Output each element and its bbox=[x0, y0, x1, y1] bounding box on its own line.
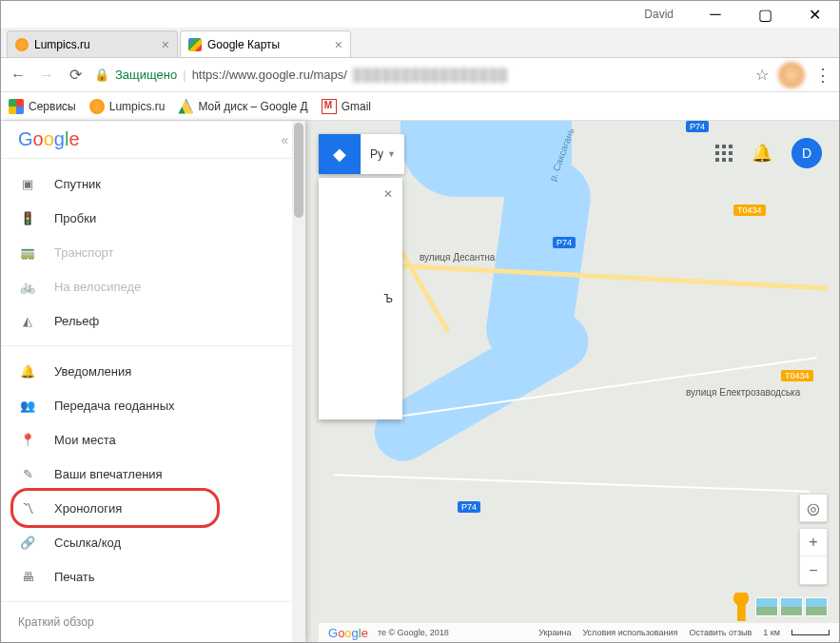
profile-avatar[interactable] bbox=[778, 62, 805, 88]
close-dropdown-icon[interactable]: ✕ bbox=[383, 187, 393, 201]
sidebar-menu: Google « ▣ Спутник 🚦 Пробки 🚃 Транспорт bbox=[1, 121, 305, 642]
footer-feedback[interactable]: Оставить отзыв bbox=[689, 628, 752, 637]
bookmark-label: Gmail bbox=[342, 100, 371, 113]
tab-google-maps[interactable]: Google Карты × bbox=[180, 30, 351, 57]
close-tab-icon[interactable]: × bbox=[335, 37, 342, 52]
user-avatar[interactable]: D bbox=[791, 138, 822, 168]
tab-lumpics[interactable]: Lumpics.ru × bbox=[7, 30, 178, 57]
menu-item-notifications[interactable]: 🔔 Уведомления bbox=[1, 354, 305, 388]
gmail-icon bbox=[322, 99, 337, 114]
drive-icon bbox=[178, 99, 193, 114]
footer-scale-label: 1 км bbox=[763, 628, 780, 637]
top-right-controls: 🔔 D bbox=[715, 138, 822, 168]
menu-item-print[interactable]: 🖶 Печать bbox=[1, 559, 305, 594]
bike-icon: 🚲 bbox=[18, 277, 37, 296]
menu-item-traffic[interactable]: 🚦 Пробки bbox=[1, 201, 305, 235]
menu-item-transit: 🚃 Транспорт bbox=[1, 235, 305, 269]
search-box: ◆ Ру ▼ bbox=[319, 134, 404, 174]
menu-label: Транспорт bbox=[54, 245, 114, 260]
bookmark-gmail[interactable]: Gmail bbox=[322, 99, 371, 114]
notifications-icon[interactable]: 🔔 bbox=[752, 143, 772, 164]
bookmark-label: Lumpics.ru bbox=[109, 100, 166, 113]
gmaps-favicon-icon bbox=[188, 38, 202, 51]
pegman-icon[interactable] bbox=[731, 593, 752, 621]
menu-item-my-places[interactable]: 📍 Мои места bbox=[1, 422, 305, 457]
maximize-button[interactable]: ▢ bbox=[748, 5, 782, 24]
satellite-icon: ▣ bbox=[18, 174, 37, 193]
dropdown-char: Ъ bbox=[328, 292, 393, 305]
road-badge: P74 bbox=[553, 237, 576, 248]
directions-button[interactable]: ◆ bbox=[319, 134, 361, 174]
chrome-menu-icon[interactable]: ⋮ bbox=[814, 65, 831, 86]
collapse-sidebar-icon[interactable]: « bbox=[281, 132, 288, 147]
menu-item-share-location[interactable]: 👥 Передача геоданных bbox=[1, 388, 305, 422]
menu-item-satellite[interactable]: ▣ Спутник bbox=[1, 166, 305, 201]
reload-button[interactable]: ⟳ bbox=[66, 66, 85, 84]
close-window-button[interactable]: ✕ bbox=[797, 5, 831, 24]
address-bar-row: ← → ⟳ 🔒 Защищено | https://www.google.ru… bbox=[1, 58, 839, 92]
bookmark-apps[interactable]: Сервисы bbox=[9, 99, 76, 114]
lock-icon: 🔒 bbox=[94, 68, 109, 82]
scrollbar-thumb[interactable] bbox=[294, 123, 303, 218]
minimize-button[interactable]: ─ bbox=[698, 5, 733, 24]
url-text: https://www.google.ru/maps/ bbox=[192, 68, 347, 82]
sidebar-scrollbar[interactable] bbox=[292, 121, 305, 642]
pegman-row bbox=[731, 593, 828, 621]
forward-button[interactable]: → bbox=[37, 67, 56, 84]
menu-item-bike: 🚲 На велосипеде bbox=[1, 269, 305, 303]
menu-label: Рельеф bbox=[54, 314, 99, 328]
lumpics-icon bbox=[89, 99, 105, 114]
menu-label: Мои места bbox=[54, 433, 116, 447]
menu-label: Передача геоданных bbox=[54, 399, 175, 413]
my-location-button[interactable]: ◎ bbox=[799, 494, 828, 522]
menu-item-link[interactable]: 🔗 Ссылка/код bbox=[1, 525, 305, 559]
street-label: вулиця Десантна bbox=[420, 252, 495, 263]
menu-label: Печать bbox=[54, 570, 95, 584]
timeline-icon: 〽 bbox=[18, 498, 37, 517]
map-controls: ◎ + − bbox=[799, 494, 828, 585]
google-apps-icon[interactable] bbox=[715, 145, 733, 162]
footer-country[interactable]: Украина bbox=[538, 628, 571, 637]
road-badge: P74 bbox=[686, 121, 709, 132]
bookmark-label: Мой диск – Google Д bbox=[198, 100, 307, 113]
secure-label: Защищено bbox=[115, 68, 177, 82]
transit-icon: 🚃 bbox=[18, 243, 37, 262]
terrain-icon: ◭ bbox=[18, 311, 37, 330]
menu-item-timeline[interactable]: 〽 Хронология bbox=[1, 491, 305, 525]
lumpics-favicon-icon bbox=[15, 38, 29, 51]
imagery-thumbs[interactable] bbox=[755, 597, 828, 616]
sidebar-header: Google « bbox=[1, 121, 305, 159]
bell-icon: 🔔 bbox=[18, 361, 37, 380]
zoom-out-button[interactable]: − bbox=[799, 556, 828, 585]
edit-icon: ✎ bbox=[18, 464, 37, 483]
print-icon: 🖶 bbox=[18, 567, 37, 586]
browser-tabs: Lumpics.ru × Google Карты × bbox=[1, 28, 839, 58]
share-location-icon: 👥 bbox=[18, 396, 37, 415]
menu-item-terrain[interactable]: ◭ Рельеф bbox=[1, 303, 305, 338]
close-tab-icon[interactable]: × bbox=[162, 37, 169, 52]
link-icon: 🔗 bbox=[18, 533, 37, 552]
menu-item-your-reviews[interactable]: ✎ Ваши впечатления bbox=[1, 457, 305, 491]
footer-google-logo: Google bbox=[328, 626, 368, 640]
bookmark-drive[interactable]: Мой диск – Google Д bbox=[178, 99, 307, 114]
pin-icon: 📍 bbox=[18, 430, 37, 449]
bookmark-star-icon[interactable]: ☆ bbox=[755, 66, 769, 84]
zoom-in-button[interactable]: + bbox=[799, 528, 828, 556]
menu-label: Ссылка/код bbox=[54, 536, 121, 550]
bookmark-lumpics[interactable]: Lumpics.ru bbox=[89, 99, 166, 114]
road-badge: T0434 bbox=[733, 205, 766, 216]
sidebar-footer-link[interactable]: Краткий обзор bbox=[1, 602, 305, 642]
lang-label: Ру bbox=[370, 147, 383, 161]
search-dropdown: ✕ Ъ bbox=[319, 178, 402, 419]
bookmarks-bar: Сервисы Lumpics.ru Мой диск – Google Д G… bbox=[1, 92, 839, 121]
menu-label: Пробки bbox=[54, 211, 96, 225]
back-button[interactable]: ← bbox=[9, 67, 28, 84]
google-logo: Google bbox=[18, 128, 80, 150]
menu-label: Уведомления bbox=[54, 364, 131, 379]
map-footer: Google те © Google, 2018 Украина Условия… bbox=[319, 623, 839, 642]
language-button[interactable]: Ру ▼ bbox=[361, 134, 404, 174]
url-blur: ████████████████ bbox=[353, 68, 508, 82]
url-box[interactable]: 🔒 Защищено | https://www.google.ru/maps/… bbox=[94, 68, 746, 82]
menu-label: На велосипеде bbox=[54, 280, 141, 294]
footer-terms[interactable]: Условия использования bbox=[583, 628, 678, 637]
